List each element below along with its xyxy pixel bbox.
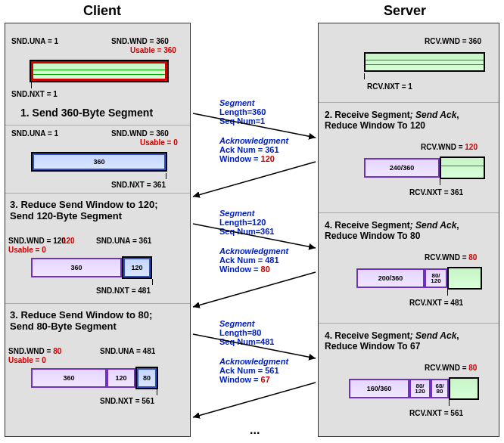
s6-row: 160/360 80/120 68/80 [349, 379, 485, 398]
c4-seg2: 120 [107, 368, 135, 388]
s6-seg3: 68/80 [431, 379, 449, 398]
s0-window [364, 52, 485, 72]
msg2: Acknowledgment Ack Num = 361 Window = 12… [219, 136, 288, 163]
s0-rcv-nxt: RCV.NXT = 1 [367, 82, 412, 91]
c3-snd-wnd-l: SND.WND = 120 [8, 237, 66, 245]
s6-seg1: 160/360 [349, 379, 409, 398]
s2-rcv-nxt: RCV.NXT = 361 [409, 188, 463, 197]
c4-snd-nxt: SND.NXT = 561 [100, 397, 154, 405]
s4-title: 4. Receive Segment; Send Ack,Reduce Wind… [325, 220, 459, 241]
s2-seg1: 240/360 [364, 158, 440, 178]
c2-window: 360 [31, 152, 167, 172]
c1-usable: Usable = 360 [130, 46, 176, 54]
s6-title: 4. Receive Segment; Send Ack,Reduce Wind… [325, 330, 459, 352]
c3-title: 3. Reduce Send Window to 120; Send 120-B… [10, 199, 158, 222]
c3-seg2: 120 [123, 258, 151, 277]
svg-line-3 [193, 272, 316, 307]
c1-snd-wnd: SND.WND = 360 [111, 37, 169, 45]
s4-seg2: 80/120 [425, 268, 447, 288]
s2-title: 2. Receive Segment; Send Ack,Reduce Wind… [325, 110, 459, 131]
s6-seg2: 80/120 [409, 379, 431, 398]
c2-snd-una: SND.UNA = 1 [11, 129, 58, 138]
msg3: Segment Length=120 Seq Num=361 [219, 209, 274, 236]
s4-row: 200/360 80/120 [356, 268, 485, 288]
c4-usable: Usable = 0 [8, 356, 46, 364]
c2-usable: Usable = 0 [140, 138, 178, 147]
server-title: Server [348, 3, 462, 19]
s4-rcv-wnd: RCV.WND = 80 [425, 253, 477, 262]
s4-seg1: 200/360 [356, 268, 425, 288]
c3-snd-una: SND.UNA = 361 [96, 237, 151, 245]
s0-rcv-wnd: RCV.WND = 360 [425, 37, 481, 45]
client-panel: SND.UNA = 1 SND.WND = 360 Usable = 360 S… [5, 23, 191, 437]
c4-seg3: 80 [137, 368, 157, 388]
c2-seg1: 360 [33, 153, 166, 170]
msg5: Segment Length=80 Seq Num=481 [219, 319, 274, 346]
c3-row: 360 120 [31, 258, 167, 277]
c1-snd-nxt: SND.NXT = 1 [11, 90, 58, 98]
c1-window [31, 61, 167, 81]
server-panel: RCV.WND = 360 RCV.NXT = 1 2. Receive Seg… [318, 23, 499, 437]
s4-rcv-nxt: RCV.NXT = 481 [409, 299, 463, 307]
c3-usable: Usable = 0 [8, 246, 46, 254]
s6-rcv-wnd: RCV.WND = 80 [425, 364, 477, 372]
c3-snd-wnd-r: 120 [62, 237, 75, 245]
s2-rcv-wnd: RCV.WND = 120 [421, 143, 478, 151]
c4-snd-wnd-l: SND.WND = SND.WND = 8080 [8, 347, 61, 355]
msg1: Segment Length=360 Seq Num=1 [219, 98, 266, 125]
c4-title: 3. Reduce Send Window to 80; Send 80-Byt… [10, 309, 152, 332]
c4-snd-una: SND.UNA = 481 [100, 347, 155, 355]
c1-title: 1. Send 360-Byte Segment [20, 107, 153, 119]
client-title: Client [45, 3, 159, 19]
c1-snd-una: SND.UNA = 1 [11, 37, 58, 45]
msg4: Acknowledgment Ack Num = 481 Window = 80 [219, 246, 288, 274]
c2-snd-nxt: SND.NXT = 361 [111, 181, 166, 189]
svg-line-5 [193, 383, 316, 417]
svg-line-1 [193, 162, 316, 197]
msg6: Acknowledgment Ack Num = 561 Window = 67 [219, 357, 288, 384]
s6-rcv-nxt: RCV.NXT = 561 [409, 409, 463, 417]
c4-seg1: 360 [31, 368, 107, 388]
c4-row: 360 120 80 [31, 368, 175, 388]
c3-seg1: 360 [31, 258, 122, 277]
c2-snd-wnd: SND.WND = 360 [111, 129, 169, 138]
s2-row: 240/360 [364, 158, 485, 178]
ellipsis: ... [250, 423, 260, 437]
c3-snd-nxt: SND.NXT = 481 [96, 287, 151, 295]
